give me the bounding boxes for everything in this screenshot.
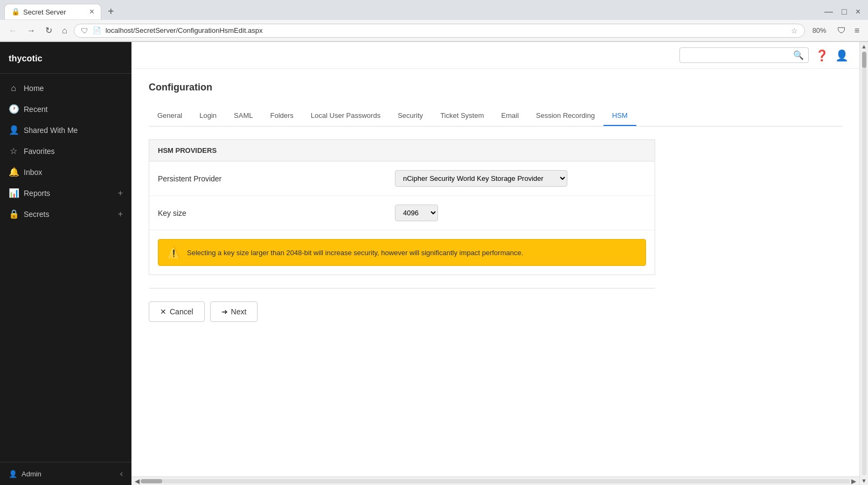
tab-close-button[interactable]: × (89, 8, 94, 16)
browser-menu-button[interactable]: ≡ (851, 24, 863, 38)
next-icon: ➜ (221, 307, 228, 316)
tab-login[interactable]: Login (191, 106, 225, 126)
bookmark-icon[interactable]: ☆ (791, 26, 798, 35)
sidebar-item-recent[interactable]: 🕐 Recent (0, 99, 131, 120)
browser-tab[interactable]: 🔒 Secret Server × (4, 4, 101, 19)
tab-security[interactable]: Security (389, 106, 432, 126)
home-button[interactable]: ⌂ (59, 24, 71, 38)
new-tab-button[interactable]: + (103, 3, 119, 20)
browser-menu-icons: 🛡 ≡ (834, 24, 863, 38)
scroll-left-button[interactable]: ◀ (134, 477, 141, 485)
window-close-button[interactable]: × (852, 5, 864, 19)
add-secrets-icon[interactable]: + (118, 209, 123, 219)
sidebar-item-reports[interactable]: 📊 Reports + (0, 182, 131, 203)
vertical-scrollbar[interactable]: ▲ ▼ (859, 42, 868, 485)
sidebar-item-reports-label: Reports (24, 189, 113, 198)
next-button[interactable]: ➜ Next (210, 301, 258, 322)
vertical-thumb[interactable] (862, 52, 866, 68)
tab-local-user-passwords[interactable]: Local User Passwords (302, 106, 389, 126)
tab-ticket-system[interactable]: Ticket System (432, 106, 492, 126)
lock-icon: 🔒 (9, 209, 18, 219)
tab-folders[interactable]: Folders (261, 106, 302, 126)
persistent-provider-label: Persistent Provider (158, 174, 395, 183)
admin-label: Admin (22, 470, 41, 478)
home-icon: ⌂ (9, 83, 18, 93)
search-input[interactable] (684, 51, 793, 59)
sidebar-item-shared-with-me[interactable]: 👤 Shared With Me (0, 120, 131, 140)
key-size-select[interactable]: 1024 2048 4096 (395, 205, 438, 221)
maximize-button[interactable]: □ (838, 5, 850, 19)
browser-chrome: 🔒 Secret Server × + — □ × ← → ↻ ⌂ 🛡 📄 lo… (0, 0, 868, 42)
tab-saml[interactable]: SAML (225, 106, 261, 126)
main-content: 🔍 ❓ 👤 Configuration General Login SAML F… (131, 42, 859, 485)
scrollbar-track (141, 479, 850, 483)
sidebar-item-inbox[interactable]: 🔔 Inbox (0, 161, 131, 182)
bell-icon: 🔔 (9, 167, 18, 177)
star-icon: ☆ (9, 146, 18, 156)
scroll-up-button[interactable]: ▲ (860, 42, 868, 51)
help-button[interactable]: ❓ (815, 49, 829, 62)
persistent-provider-select[interactable]: nCipher Security World Key Storage Provi… (395, 170, 567, 187)
warning-triangle-icon: ⚠️ (167, 246, 180, 259)
shield-button[interactable]: 🛡 (834, 24, 849, 38)
user-account-button[interactable]: 👤 (835, 49, 849, 62)
section-body: Persistent Provider nCipher Security Wor… (149, 161, 655, 275)
scroll-down-button[interactable]: ▼ (860, 476, 868, 485)
tab-favicon: 🔒 (11, 8, 20, 16)
search-box: 🔍 (679, 47, 809, 63)
tab-session-recording[interactable]: Session Recording (527, 106, 603, 126)
search-button[interactable]: 🔍 (793, 50, 804, 60)
forward-button[interactable]: → (24, 24, 39, 38)
sidebar-item-favorites[interactable]: ☆ Favorites (0, 140, 131, 161)
page-body: Configuration General Login SAML Folders… (131, 69, 859, 476)
sidebar-item-inbox-label: Inbox (24, 168, 123, 177)
main-header: 🔍 ❓ 👤 (131, 42, 859, 69)
tab-bar: 🔒 Secret Server × + — □ × (0, 0, 868, 20)
sidebar-item-secrets-label: Secrets (24, 210, 113, 219)
sidebar-nav: ⌂ Home 🕐 Recent 👤 Shared With Me ☆ Favor… (0, 74, 131, 462)
zoom-level: 80% (808, 26, 831, 34)
vertical-track (862, 52, 866, 475)
sidebar-footer: 👤 Admin ‹ (0, 462, 131, 485)
key-size-control: 1024 2048 4096 (395, 205, 646, 221)
cancel-button[interactable]: ✕ Cancel (149, 301, 205, 322)
sidebar-item-home-label: Home (24, 84, 123, 93)
button-row: ✕ Cancel ➜ Next (149, 301, 842, 322)
add-reports-icon[interactable]: + (118, 188, 123, 198)
app-layout: thycotic ⌂ Home 🕐 Recent 👤 Shared With M… (0, 42, 868, 485)
back-button[interactable]: ← (5, 24, 20, 38)
page-title: Configuration (149, 82, 842, 93)
horizontal-scrollbar[interactable]: ◀ ▶ (131, 476, 859, 485)
config-tabs: General Login SAML Folders Local User Pa… (149, 106, 842, 126)
cancel-label: Cancel (170, 307, 193, 316)
scroll-right-button[interactable]: ▶ (850, 477, 857, 485)
scrollbar-thumb[interactable] (141, 479, 162, 483)
sidebar-item-home[interactable]: ⌂ Home (0, 78, 131, 99)
key-size-row: Key size 1024 2048 4096 (149, 196, 655, 230)
admin-person-icon: 👤 (9, 470, 17, 478)
admin-user[interactable]: 👤 Admin (9, 470, 41, 478)
warning-box: ⚠️ Selecting a key size larger than 2048… (158, 239, 646, 266)
chart-icon: 📊 (9, 188, 18, 198)
clock-icon: 🕐 (9, 104, 18, 114)
sidebar-collapse-button[interactable]: ‹ (120, 469, 123, 479)
address-bar: 🛡 📄 localhost/SecretServer/Configuration… (74, 24, 805, 38)
tab-general[interactable]: General (149, 106, 191, 126)
tab-email[interactable]: Email (492, 106, 527, 126)
persistent-provider-row: Persistent Provider nCipher Security Wor… (149, 161, 655, 196)
sidebar-item-secrets[interactable]: 🔒 Secrets + (0, 203, 131, 224)
tab-hsm[interactable]: HSM (603, 106, 636, 126)
section-header: HSM PROVIDERS (149, 139, 655, 161)
address-text[interactable]: localhost/SecretServer/ConfigurationHsmE… (106, 26, 787, 34)
minimize-button[interactable]: — (821, 5, 836, 19)
next-label: Next (231, 307, 247, 316)
persistent-provider-control: nCipher Security World Key Storage Provi… (395, 170, 646, 187)
sidebar-item-favorites-label: Favorites (24, 147, 123, 156)
sidebar-logo: thycotic (0, 42, 131, 74)
refresh-button[interactable]: ↻ (42, 23, 55, 38)
key-size-label: Key size (158, 209, 395, 217)
sidebar-item-recent-label: Recent (24, 105, 123, 114)
logo-svg: thycotic (9, 51, 63, 65)
sidebar: thycotic ⌂ Home 🕐 Recent 👤 Shared With M… (0, 42, 131, 485)
person-icon: 👤 (9, 125, 18, 135)
